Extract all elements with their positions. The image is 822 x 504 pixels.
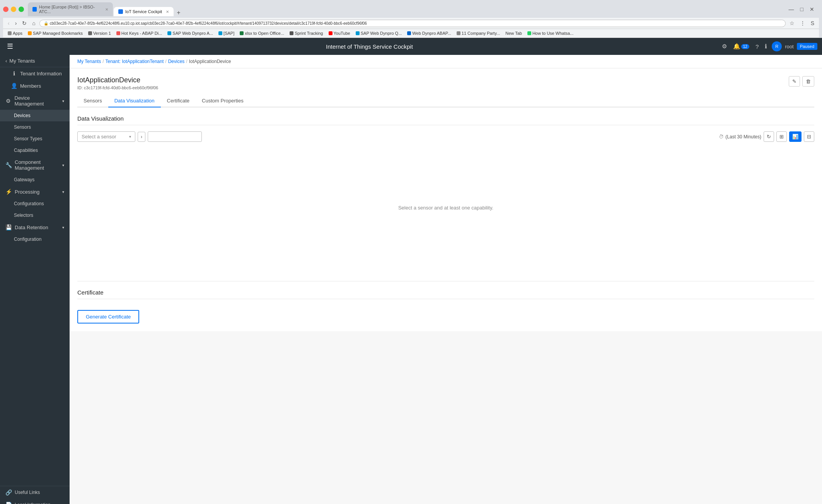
home-btn[interactable]: ⌂ [31,19,37,27]
bookmark-sap-managed[interactable]: SAP Managed Bookmarks [26,30,85,36]
window-min-btn[interactable] [11,7,16,12]
bookmark-hotkeys[interactable]: Hot Keys - ABAP Di... [114,30,165,36]
capability-input[interactable] [148,131,202,142]
bookmark-web-dynpro[interactable]: Web Dynpro ABAP... [405,30,453,36]
bookmark-sap-q[interactable]: SAP Web Dynpro Q... [353,30,404,36]
paused-button[interactable]: Paused [797,43,817,50]
table-view-button[interactable]: ⊞ [776,131,787,142]
window-close-btn[interactable] [3,7,9,12]
tab-sensors[interactable]: Sensors [77,95,108,107]
restore-btn[interactable]: □ [799,5,805,13]
help-icon: ? [755,43,759,50]
tenant-info-icon: ℹ [11,70,17,77]
sap-tag-icon [218,31,222,35]
extensions-btn[interactable]: ⋮ [798,19,807,27]
sidebar-back-item[interactable]: ‹ My Tenants [0,55,70,67]
bookmark-youtube[interactable]: YouTube [326,30,353,36]
sidebar-item-configuration[interactable]: Configuration [0,233,70,245]
page-content: IotApplicationDevice ID: c3c1719f-fcfd-4… [70,68,822,331]
hamburger-button[interactable]: ☰ [5,40,15,53]
sidebar-item-sensors[interactable]: Sensors [0,121,70,133]
sidebar-device-management[interactable]: ⚙ Device Management ▾ [0,92,70,110]
edit-device-button[interactable]: ✎ [789,76,800,87]
sidebar-item-legal-info[interactable]: 📄 Legal Information [0,499,70,504]
close-btn[interactable]: ✕ [808,5,816,13]
refresh-viz-button[interactable]: ↻ [764,131,774,142]
bookmark-xlsx[interactable]: xlsx to Open Office... [237,30,287,36]
main-layout: ‹ My Tenants ℹ Tenant Information 👤 Memb… [0,55,822,504]
grid-view-button[interactable]: ⊟ [804,131,814,142]
bookmark-sprint-label: Sprint Tracking [295,31,323,36]
notifications-button[interactable]: 🔔 12 [732,41,751,51]
bookmark-sprint[interactable]: Sprint Tracking [287,30,325,36]
settings-button[interactable]: ⚙ [720,41,728,51]
bookmark-sap-tag[interactable]: [SAP] [216,30,237,36]
back-btn[interactable]: ‹ [6,19,11,27]
sensor-nav-arrow[interactable]: › [138,132,145,142]
sidebar-item-tenant-info[interactable]: ℹ Tenant Information [0,67,70,80]
help-button[interactable]: ? [754,42,760,51]
sidebar-item-capabilities[interactable]: Capabilities [0,145,70,156]
sidebar-item-configurations[interactable]: Configurations [0,198,70,209]
sidebar-processing[interactable]: ⚡ Processing ▾ [0,186,70,198]
sap-bookmark-icon [28,31,32,35]
breadcrumb-devices[interactable]: Devices [168,59,185,64]
forward-btn[interactable]: › [14,19,19,27]
browser-tab-2[interactable]: IoT Service Cockpit ✕ [114,7,174,16]
breadcrumb-my-tenants[interactable]: My Tenants [77,59,101,64]
back-arrow-icon: ‹ [5,58,7,64]
minimize-btn[interactable]: — [787,5,796,13]
bookmark-whatsapp[interactable]: How to Use Whatsa... [525,30,576,36]
content-area: My Tenants / Tenant: IotApplicationTenan… [70,55,822,504]
tab2-close[interactable]: ✕ [166,10,169,14]
useful-links-icon: 🔗 [5,489,12,495]
sidebar-data-retention[interactable]: 💾 Data Retention ▾ [0,221,70,233]
sensor-dropdown[interactable]: Select a sensor ▾ [77,131,135,142]
bookmark-sap-q-label: SAP Web Dynpro Q... [361,31,402,36]
profile-btn[interactable]: S [809,19,816,27]
bookmark-btn[interactable]: ☆ [788,19,796,27]
breadcrumb: My Tenants / Tenant: IotApplicationTenan… [70,55,822,68]
generate-certificate-button[interactable]: Generate Certificate [77,310,139,324]
bookmark-company-party[interactable]: 11 Company Party... [454,30,502,36]
refresh-icon: ↻ [767,134,771,140]
delete-icon: 🗑 [806,78,811,84]
user-avatar[interactable]: R [772,41,782,51]
sidebar-item-sensor-types[interactable]: Sensor Types [0,133,70,145]
sidebar-item-useful-links[interactable]: 🔗 Useful Links [0,486,70,499]
bookmark-version1[interactable]: Version 1 [86,30,113,36]
tab-data-visualization[interactable]: Data Visualization [108,95,161,107]
chart-view-button[interactable]: 📊 [789,131,802,142]
tab-custom-properties[interactable]: Custom Properties [196,95,250,107]
reload-btn[interactable]: ↻ [20,19,28,27]
v1-bookmark-icon [88,31,92,35]
username-label: root [785,44,793,49]
time-filter-label: (Last 30 Minutes) [725,134,761,140]
address-bar[interactable]: 🔒 cb03ec28-7ca0-40e7-8f2b-4ef6224c48f6.e… [39,20,786,27]
new-tab-button[interactable]: + [174,9,182,16]
bookmark-apps[interactable]: Apps [5,30,25,36]
web-dynpro-icon [407,31,411,35]
delete-device-button[interactable]: 🗑 [802,76,814,87]
nav-arrow-icon: › [141,134,142,140]
bookmark-new-tab[interactable]: New Tab [503,30,524,36]
sidebar-item-members[interactable]: 👤 Members [0,80,70,92]
window-max-btn[interactable] [19,7,24,12]
grid-icon: ⊟ [807,134,811,140]
sidebar-item-gateways[interactable]: Gateways [0,174,70,186]
tab1-close[interactable]: ✕ [105,7,108,12]
info-button[interactable]: ℹ [763,41,769,51]
sidebar-component-management[interactable]: 🔧 Component Management ▾ [0,156,70,174]
breadcrumb-tenant[interactable]: Tenant: IotApplicationTenant [106,59,164,64]
sidebar-item-selectors[interactable]: Selectors [0,209,70,221]
company-party-icon [457,31,460,35]
configurations-label: Configurations [14,201,44,206]
sidebar-processing-label: Processing [15,189,39,195]
tab-certificate[interactable]: Certificate [161,95,196,107]
sidebar-item-devices[interactable]: Devices [0,110,70,121]
apps-bookmark-icon [8,31,12,35]
app-title: Internet of Things Service Cockpit [19,43,720,50]
browser-tab-1[interactable]: Home [Europe (Rot)] > IBSO-ATC... ✕ [28,2,113,16]
empty-state: Select a sensor and at least one capabil… [77,150,814,266]
bookmark-sap-web[interactable]: SAP Web Dynpro A... [165,30,215,36]
